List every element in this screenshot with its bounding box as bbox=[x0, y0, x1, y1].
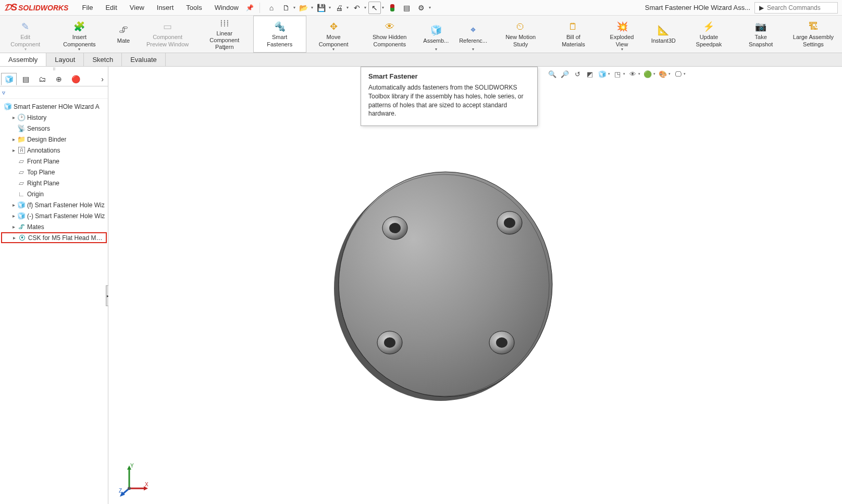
dropdown-icon[interactable]: ▾ bbox=[638, 72, 640, 76]
save-icon[interactable]: 💾 bbox=[315, 2, 328, 14]
tree-top-plane[interactable]: ▱ Top Plane bbox=[1, 167, 107, 178]
tree-right-plane[interactable]: ▱ Right Plane bbox=[1, 178, 107, 188]
dropdown-icon[interactable]: ▾ bbox=[435, 47, 437, 52]
update-speedpak-button[interactable]: ⚡ Update Speedpak bbox=[681, 16, 737, 53]
dropdown-icon[interactable]: ▾ bbox=[621, 47, 623, 52]
dropdown-icon[interactable]: ▾ bbox=[429, 5, 431, 10]
display-manager-tab[interactable]: 🔴 bbox=[68, 73, 83, 85]
dropdown-icon[interactable]: ▾ bbox=[653, 72, 655, 76]
expand-icon[interactable]: ▸ bbox=[10, 202, 17, 208]
menu-view[interactable]: View bbox=[125, 2, 150, 14]
home-icon[interactable]: ⌂ bbox=[265, 2, 278, 14]
dropdown-icon[interactable]: ▾ bbox=[364, 5, 366, 10]
dropdown-icon[interactable]: ▾ bbox=[472, 47, 474, 52]
expand-icon[interactable]: ▸ bbox=[10, 213, 17, 219]
view-settings-icon[interactable]: 🖵 bbox=[673, 69, 683, 79]
new-doc-icon[interactable]: 🗋 bbox=[280, 2, 292, 14]
tree-mates[interactable]: ▸ 🖇 Mates bbox=[1, 221, 107, 232]
panel-overflow-icon[interactable]: › bbox=[98, 75, 107, 83]
linear-pattern-button[interactable]: ⁞⁞⁞ Linear Component Pattern ▾ bbox=[196, 16, 253, 53]
smart-fasteners-button[interactable]: 🔩 Smart Fasteners bbox=[253, 16, 306, 53]
take-snapshot-button[interactable]: 📷 Take Snapshot bbox=[737, 16, 785, 53]
ribbon-label: Instant3D bbox=[651, 37, 676, 44]
expand-icon[interactable]: ▸ bbox=[10, 136, 17, 142]
tree-history[interactable]: ▸ 🕑 History bbox=[1, 112, 107, 123]
undo-icon[interactable]: ↶ bbox=[351, 2, 363, 14]
dropdown-icon[interactable]: ▾ bbox=[608, 72, 610, 76]
insert-components-button[interactable]: 🧩 Insert Components ▾ bbox=[51, 16, 108, 53]
options-list-icon[interactable]: ▤ bbox=[401, 2, 413, 14]
prev-view-icon[interactable]: ↺ bbox=[572, 69, 583, 79]
edit-appearance-icon[interactable]: 🟢 bbox=[642, 69, 653, 79]
large-assembly-button[interactable]: 🏗 Large Assembly Settings bbox=[785, 16, 842, 53]
tree-root[interactable]: 🧊 Smart Fastener HOle Wizard A bbox=[1, 101, 107, 112]
expand-icon[interactable]: ▸ bbox=[10, 224, 17, 230]
dropdown-icon[interactable]: ▾ bbox=[293, 5, 295, 10]
tree-sensors[interactable]: 📡 Sensors bbox=[1, 123, 107, 134]
tree-design-binder[interactable]: ▸ 📁 Design Binder bbox=[1, 134, 107, 145]
tree-origin[interactable]: ∟ Origin bbox=[1, 188, 107, 199]
dropdown-icon[interactable]: ▾ bbox=[329, 5, 331, 10]
apply-scene-icon[interactable]: 🎨 bbox=[658, 69, 668, 79]
menu-window[interactable]: Window bbox=[209, 2, 244, 14]
menu-file[interactable]: File bbox=[77, 2, 98, 14]
bom-button[interactable]: 🗒 Bill of Materials bbox=[549, 16, 598, 53]
zoom-fit-icon[interactable]: 🔍 bbox=[547, 69, 558, 79]
display-style-icon[interactable]: ◳ bbox=[612, 69, 623, 79]
instant3d-button[interactable]: 📐 Instant3D bbox=[646, 16, 681, 53]
tree-annotations[interactable]: ▸ 🄰 Annotations bbox=[1, 145, 107, 156]
open-icon[interactable]: 📂 bbox=[298, 2, 310, 14]
tree-front-plane[interactable]: ▱ Front Plane bbox=[1, 156, 107, 167]
graphics-viewport[interactable]: Smart Fastener Automatically adds fasten… bbox=[108, 67, 842, 504]
mate-button[interactable]: 🖇 Mate bbox=[108, 16, 139, 53]
model-disc[interactable] bbox=[332, 166, 562, 407]
config-manager-tab[interactable]: 🗂 bbox=[34, 73, 50, 85]
print-icon[interactable]: 🖨 bbox=[333, 2, 345, 14]
dropdown-icon[interactable]: ▾ bbox=[623, 72, 625, 76]
expand-icon[interactable]: ▸ bbox=[10, 115, 17, 120]
new-motion-study-button[interactable]: ⏲ New Motion Study bbox=[492, 16, 549, 53]
zoom-area-icon[interactable]: 🔎 bbox=[560, 69, 570, 79]
tab-evaluate[interactable]: Evaluate bbox=[122, 53, 166, 66]
move-component-button[interactable]: ✥ Move Component ▾ bbox=[306, 16, 362, 53]
dropdown-icon[interactable]: ▾ bbox=[78, 47, 80, 52]
expand-icon[interactable]: ▸ bbox=[10, 147, 17, 153]
settings-gear-icon[interactable]: ⚙ bbox=[415, 2, 428, 14]
dropdown-icon[interactable]: ▾ bbox=[382, 5, 384, 10]
mate-icon: 🖇 bbox=[117, 24, 130, 36]
dropdown-icon[interactable]: ▾ bbox=[224, 47, 226, 52]
show-hidden-button[interactable]: 👁 Show Hidden Components bbox=[362, 16, 418, 53]
panel-grip[interactable]: ⠿ bbox=[0, 67, 108, 72]
tree-hole-feature[interactable]: ▸ ⦿ CSK for M5 Flat Head Mach bbox=[1, 232, 107, 243]
rebuild-icon[interactable] bbox=[386, 2, 399, 14]
dropdown-icon[interactable]: ▾ bbox=[311, 5, 313, 10]
tab-assembly[interactable]: Assembly bbox=[0, 53, 46, 66]
view-orientation-icon[interactable]: 🧊 bbox=[597, 69, 608, 79]
pin-icon[interactable]: 📌 bbox=[246, 4, 254, 12]
dropdown-icon[interactable]: ▾ bbox=[684, 72, 686, 76]
menu-edit[interactable]: Edit bbox=[100, 2, 122, 14]
tree-part-float[interactable]: ▸ 🧊 (-) Smart Fastener Hole Wiz bbox=[1, 210, 107, 221]
menu-insert[interactable]: Insert bbox=[152, 2, 179, 14]
dropdown-icon[interactable]: ▾ bbox=[332, 47, 335, 52]
search-commands[interactable]: ▶ bbox=[754, 2, 838, 14]
dropdown-icon[interactable]: ▾ bbox=[668, 72, 671, 76]
tab-sketch[interactable]: Sketch bbox=[84, 53, 122, 66]
tab-layout[interactable]: Layout bbox=[46, 53, 84, 66]
expand-icon[interactable]: ▸ bbox=[11, 235, 18, 241]
dimxpert-tab[interactable]: ⊕ bbox=[51, 73, 67, 85]
filter-funnel-icon[interactable]: ▿ bbox=[2, 89, 5, 96]
dropdown-icon[interactable]: ▾ bbox=[346, 5, 349, 10]
tree-part-fixed[interactable]: ▸ 🧊 (f) Smart Fastener Hole Wiz bbox=[1, 199, 107, 210]
search-input[interactable] bbox=[767, 4, 833, 11]
orientation-triad[interactable]: Y X Z bbox=[119, 462, 145, 494]
section-view-icon[interactable]: ◩ bbox=[585, 69, 595, 79]
property-manager-tab[interactable]: ▤ bbox=[18, 73, 33, 85]
hide-show-icon[interactable]: 👁 bbox=[627, 69, 638, 79]
menu-tools[interactable]: Tools bbox=[181, 2, 207, 14]
reference-geometry-button[interactable]: ⌖ Referenc... ▾ bbox=[454, 16, 493, 53]
select-cursor-icon[interactable]: ↖ bbox=[368, 2, 381, 14]
assembly-features-button[interactable]: 🧊 Assemb... ▾ bbox=[418, 16, 454, 53]
feature-tree-tab[interactable]: 🧊 bbox=[1, 73, 17, 85]
exploded-view-button[interactable]: 💥 Exploded View ▾ bbox=[598, 16, 646, 53]
